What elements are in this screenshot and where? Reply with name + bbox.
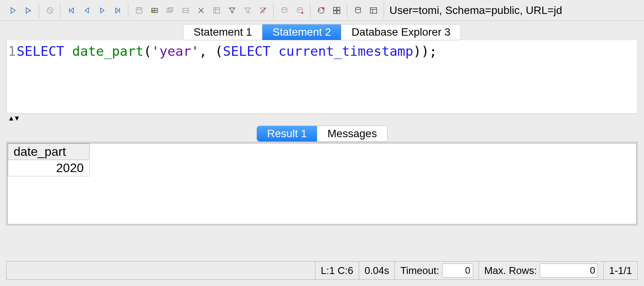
- run-script-button[interactable]: I: [21, 3, 36, 17]
- sql-code[interactable]: SELECT date_part('year', (SELECT current…: [17, 40, 637, 114]
- svg-rect-15: [337, 10, 340, 13]
- duplicate-row-button[interactable]: [178, 3, 193, 17]
- reconnect-button[interactable]: [313, 3, 329, 17]
- svg-point-16: [356, 7, 361, 9]
- svg-rect-13: [337, 7, 340, 10]
- column-header[interactable]: date_part: [8, 144, 90, 160]
- database-button[interactable]: [350, 3, 366, 17]
- connection-info: User=tomi, Schema=public, URL=jd: [389, 4, 562, 17]
- sql-editor[interactable]: 1 SELECT date_part('year', (SELECT curre…: [6, 40, 638, 114]
- svg-text:I: I: [30, 9, 31, 12]
- editor-tab[interactable]: Statement 1: [183, 24, 262, 40]
- line-gutter: 1: [7, 40, 17, 114]
- maxrows-label: Max. Rows:: [484, 265, 537, 277]
- maxrows-input[interactable]: [540, 264, 598, 277]
- filter-button[interactable]: [224, 3, 240, 17]
- splitter-handle-icon[interactable]: ▲▼: [6, 114, 19, 122]
- prev-record-button[interactable]: [79, 3, 95, 17]
- result-tab[interactable]: Result 1: [257, 126, 317, 141]
- timeout-input[interactable]: [442, 264, 473, 277]
- filter-off-button[interactable]: [255, 3, 271, 17]
- result-tab-bar: Result 1Messages: [0, 122, 644, 142]
- copy-row-button[interactable]: [162, 3, 178, 17]
- svg-rect-14: [334, 10, 336, 13]
- commit-button[interactable]: [277, 3, 292, 17]
- editor-tab[interactable]: Database Explorer 3: [341, 24, 460, 40]
- save-button[interactable]: [131, 3, 147, 17]
- explorer-button[interactable]: [366, 3, 381, 17]
- next-record-button[interactable]: [95, 3, 110, 17]
- filter-column-button[interactable]: [209, 3, 224, 17]
- delete-row-button[interactable]: [193, 3, 209, 17]
- result-tab[interactable]: Messages: [317, 126, 387, 141]
- main-toolbar: I User=tomi, Schema=public, URL=jd: [0, 0, 644, 21]
- svg-rect-3: [138, 7, 140, 10]
- row-range: 1-1/1: [604, 262, 637, 279]
- table-row[interactable]: 2020: [8, 160, 90, 176]
- timeout-label: Timeout:: [400, 265, 439, 277]
- editor-tab-bar: Statement 1Statement 2Database Explorer …: [0, 21, 644, 40]
- svg-point-10: [298, 7, 303, 10]
- maxrows-cell: Max. Rows:: [479, 262, 604, 279]
- filter-dropdown-button[interactable]: [240, 3, 255, 17]
- stop-button[interactable]: [42, 3, 58, 17]
- grid-options-button[interactable]: [329, 3, 344, 17]
- svg-rect-12: [334, 7, 336, 10]
- result-grid-area[interactable]: date_part2020: [7, 143, 637, 224]
- rollback-button[interactable]: [292, 3, 308, 17]
- editor-result-splitter[interactable]: ▲▼: [6, 114, 638, 122]
- svg-point-11: [322, 7, 325, 9]
- last-record-button[interactable]: [110, 3, 126, 17]
- svg-rect-6: [169, 7, 173, 11]
- exec-time: 0.04s: [359, 262, 395, 279]
- table-cell[interactable]: 2020: [8, 160, 90, 176]
- svg-rect-17: [370, 7, 377, 13]
- timeout-cell: Timeout:: [395, 262, 479, 279]
- svg-rect-8: [214, 7, 220, 13]
- first-record-button[interactable]: [64, 3, 79, 17]
- svg-rect-2: [136, 7, 142, 13]
- status-bar: L:1 C:6 0.04s Timeout: Max. Rows: 1-1/1: [6, 261, 638, 280]
- svg-rect-5: [167, 9, 171, 12]
- result-panel: date_part2020: [6, 142, 638, 226]
- svg-point-9: [282, 7, 287, 10]
- cursor-position: L:1 C:6: [315, 262, 359, 279]
- editor-tab[interactable]: Statement 2: [262, 24, 341, 40]
- result-grid[interactable]: date_part2020: [8, 143, 90, 176]
- insert-row-button[interactable]: [147, 3, 162, 17]
- run-button[interactable]: [5, 3, 21, 17]
